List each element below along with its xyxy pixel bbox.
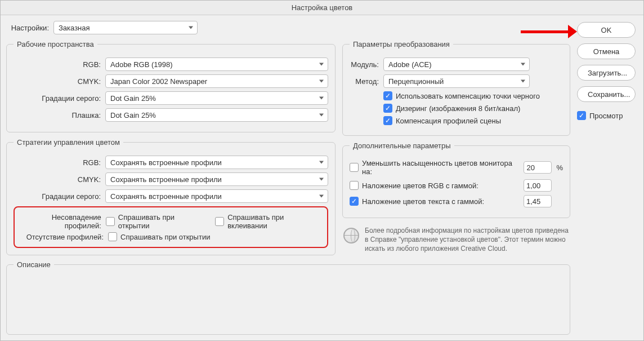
info-row: Более подробная информация по настройкам…	[342, 224, 570, 256]
engine-label: Модуль:	[350, 60, 379, 69]
settings-label: Настройки:	[8, 24, 49, 32]
desaturate-input[interactable]	[524, 161, 552, 174]
info-text: Более подробная информация по настройкам…	[365, 226, 569, 254]
policies-group: Стратегии управления цветом RGB: Сохраня…	[6, 138, 336, 255]
desaturate-unit: %	[556, 163, 563, 172]
scene-checkbox[interactable]: Компенсация профилей сцены	[383, 116, 501, 125]
workspaces-legend: Рабочие пространства	[14, 40, 97, 48]
intent-select[interactable]: Перцепционный	[383, 74, 530, 88]
conversion-group: Параметры преобразования Модуль: Adobe (…	[342, 40, 570, 136]
bpc-label: Использовать компенсацию точки черного	[396, 92, 540, 100]
conversion-legend: Параметры преобразования	[350, 40, 453, 48]
desaturate-checkbox[interactable]: Уменьшить насыщенность цветов монитора н…	[350, 159, 515, 176]
policy-gray-label: Градации серого:	[14, 192, 101, 201]
blend-text-input[interactable]	[524, 195, 552, 207]
desaturate-label: Уменьшить насыщенность цветов монитора н…	[362, 159, 515, 176]
policy-cmyk-label: CMYK:	[14, 175, 101, 184]
spot-workspace-select[interactable]: Dot Gain 25%	[105, 108, 328, 122]
rgb-workspace-select[interactable]: Adobe RGB (1998)	[105, 57, 328, 71]
blend-rgb-input[interactable]	[524, 179, 552, 192]
policies-legend: Стратегии управления цветом	[14, 138, 123, 147]
mismatch-paste-label: Спрашивать при вклеивании	[227, 213, 323, 230]
preview-label: Просмотр	[589, 112, 623, 120]
description-group: Описание	[6, 260, 570, 335]
workspaces-group: Рабочие пространства RGB: Adobe RGB (199…	[6, 40, 336, 132]
policy-rgb-label: RGB:	[14, 158, 101, 167]
missing-open-checkbox[interactable]: Спрашивать при открытии	[108, 232, 210, 241]
spot-label: Плашка:	[14, 111, 101, 119]
globe-icon	[343, 228, 359, 243]
preview-checkbox[interactable]: Просмотр	[577, 111, 636, 120]
intent-label: Метод:	[350, 77, 379, 86]
ok-button[interactable]: OK	[577, 22, 636, 38]
color-settings-dialog: Настройка цветов Настройки: Заказная Раб…	[0, 0, 644, 341]
gray-workspace-select[interactable]: Dot Gain 25%	[105, 91, 328, 105]
save-button[interactable]: Сохранить...	[577, 86, 636, 102]
missing-open-label: Спрашивать при открытии	[120, 233, 210, 241]
blend-text-checkbox[interactable]: Наложение цветов текста с гаммой:	[350, 197, 484, 206]
rgb-label: RGB:	[14, 60, 101, 69]
cancel-button[interactable]: Отмена	[577, 43, 636, 59]
dither-checkbox[interactable]: Дизеринг (изображения 8 бит/канал)	[383, 104, 520, 113]
policy-cmyk-select[interactable]: Сохранять встроенные профили	[105, 172, 328, 186]
engine-select[interactable]: Adobe (ACE)	[383, 57, 530, 71]
mismatch-label: Несовпадение профилей:	[19, 213, 101, 230]
missing-label: Отсутствие профилей:	[19, 233, 104, 241]
advanced-legend: Дополнительные параметры	[350, 141, 454, 150]
scene-label: Компенсация профилей сцены	[396, 117, 501, 125]
dither-label: Дизеринг (изображения 8 бит/канал)	[396, 104, 520, 113]
cmyk-label: CMYK:	[14, 77, 101, 86]
description-legend: Описание	[14, 260, 54, 269]
cmyk-workspace-select[interactable]: Japan Color 2002 Newspaper	[105, 74, 328, 88]
blend-rgb-label: Наложение цветов RGB с гаммой:	[362, 181, 478, 190]
mismatch-paste-checkbox[interactable]: Спрашивать при вклеивании	[215, 213, 323, 230]
advanced-group: Дополнительные параметры Уменьшить насыщ…	[342, 141, 570, 218]
mismatch-open-checkbox[interactable]: Спрашивать при открытии	[106, 213, 205, 230]
policy-rgb-select[interactable]: Сохранять встроенные профили	[105, 156, 328, 169]
mismatch-open-label: Спрашивать при открытии	[118, 213, 205, 230]
settings-select[interactable]: Заказная	[53, 21, 198, 34]
load-button[interactable]: Загрузить...	[577, 65, 636, 81]
gray-label: Градации серого:	[14, 94, 101, 103]
policy-gray-select[interactable]: Сохранять встроенные профили	[105, 189, 328, 203]
profile-prompts-highlight: Несовпадение профилей: Спрашивать при от…	[14, 206, 328, 248]
blend-rgb-checkbox[interactable]: Наложение цветов RGB с гаммой:	[350, 181, 478, 190]
dialog-title: Настройка цветов	[1, 1, 643, 15]
blend-text-label: Наложение цветов текста с гаммой:	[362, 197, 484, 206]
bpc-checkbox[interactable]: Использовать компенсацию точки черного	[383, 91, 540, 100]
